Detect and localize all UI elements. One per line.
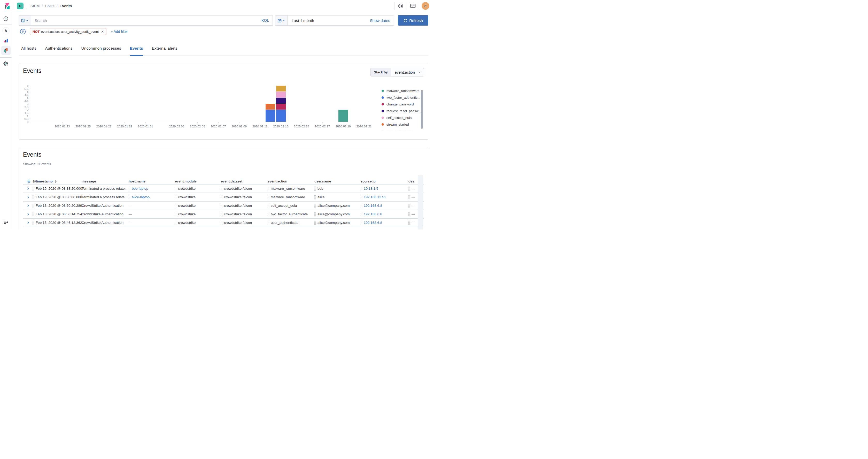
drag-handle[interactable] — [314, 230, 316, 230]
column-header-host.name[interactable]: host.name — [129, 179, 175, 183]
row-expand-button[interactable] — [23, 187, 33, 190]
drag-handle[interactable] — [33, 212, 34, 216]
search-input[interactable] — [31, 18, 261, 23]
add-filter-button[interactable]: + Add filter — [111, 29, 128, 34]
remove-filter-icon[interactable]: ✕ — [101, 30, 104, 34]
drag-handle[interactable] — [33, 221, 34, 224]
breadcrumb-item[interactable]: Hosts — [45, 4, 54, 8]
drag-handle[interactable] — [361, 204, 362, 208]
drag-handle[interactable] — [221, 195, 222, 199]
drag-handle[interactable] — [361, 195, 362, 199]
bar-segment-two_factor_authenticate[interactable] — [276, 110, 286, 122]
table-row[interactable]: Feb 13, 2020 @ 08:50:14.754CrowdStrike A… — [23, 210, 424, 218]
bar-segment-change_password[interactable] — [276, 104, 286, 110]
column-header-message[interactable]: message — [82, 179, 129, 183]
stack-by-select[interactable]: Stack by event.action — [370, 68, 424, 76]
tab-uncommon-processes[interactable]: Uncommon processes — [82, 46, 121, 56]
bar-segment-two_factor_authenticate[interactable] — [266, 110, 275, 122]
column-header-event.module[interactable]: event.module — [175, 179, 221, 183]
tab-external-alerts[interactable]: External alerts — [152, 46, 178, 56]
column-header-@timestamp[interactable]: @timestamp — [33, 179, 82, 183]
sidebar-item-management[interactable] — [2, 59, 10, 68]
drag-handle[interactable] — [33, 195, 34, 199]
breadcrumb-item[interactable]: Events — [60, 4, 72, 8]
drag-handle[interactable] — [268, 195, 269, 199]
drag-handle[interactable] — [268, 187, 269, 190]
legend-scrollbar[interactable] — [421, 90, 423, 129]
show-dates-button[interactable]: Show dates — [370, 18, 394, 23]
table-row[interactable]: Feb 13, 2020 @ 08:45:20.236CrowdStrike A… — [23, 227, 424, 230]
source_ip-value[interactable]: 192.168.6.8 — [364, 221, 382, 224]
drag-handle[interactable] — [268, 230, 269, 230]
legend-item[interactable]: user_authenticate — [381, 128, 424, 132]
column-header-source.ip[interactable]: source.ip — [361, 179, 408, 183]
drag-handle[interactable] — [33, 204, 34, 208]
drag-handle[interactable] — [175, 221, 176, 224]
legend-item[interactable]: self_accept_eula — [381, 114, 424, 121]
drag-handle[interactable] — [175, 230, 176, 230]
column-header-event.dataset[interactable]: event.dataset — [221, 179, 268, 183]
drag-handle[interactable] — [33, 187, 34, 190]
legend-item[interactable]: change_password — [381, 101, 424, 108]
column-picker-button[interactable] — [23, 179, 33, 183]
user-avatar[interactable]: e — [422, 2, 429, 10]
sidebar-item-visualize[interactable] — [2, 36, 10, 45]
help-button[interactable] — [395, 0, 407, 12]
legend-item[interactable]: request_reset_passw... — [381, 108, 424, 114]
source_ip-value[interactable]: 192.168.6.8 — [364, 212, 382, 216]
sidebar-item-siem[interactable] — [1, 46, 10, 55]
drag-handle[interactable] — [314, 221, 316, 224]
bar-segment-malware_ransomware[interactable] — [338, 110, 348, 122]
drag-handle[interactable] — [175, 204, 176, 208]
date-quick-menu-button[interactable] — [275, 16, 287, 25]
row-expand-button[interactable] — [23, 221, 33, 224]
row-expand-button[interactable] — [23, 213, 33, 216]
host-value[interactable]: bob-laptop — [132, 187, 148, 190]
drag-handle[interactable] — [221, 230, 222, 230]
tab-all-hosts[interactable]: All hosts — [21, 46, 36, 56]
refresh-button[interactable]: Refresh — [398, 15, 428, 26]
drag-handle[interactable] — [314, 212, 316, 216]
drag-handle[interactable] — [221, 212, 222, 216]
drag-handle[interactable] — [129, 187, 130, 190]
legend-item[interactable]: two_factor_authentic... — [381, 94, 424, 101]
kibana-logo[interactable] — [4, 3, 11, 9]
filter-options-button[interactable] — [20, 28, 26, 35]
source_ip-value[interactable]: 10.18.1.5 — [364, 187, 378, 190]
newsfeed-button[interactable] — [407, 0, 419, 12]
collapse-sidebar-button[interactable] — [2, 218, 10, 226]
bar-segment-self_accept_eula[interactable] — [276, 91, 286, 97]
tab-authentications[interactable]: Authentications — [45, 46, 72, 56]
drag-handle[interactable] — [361, 212, 362, 216]
drag-handle[interactable] — [408, 221, 410, 224]
drag-handle[interactable] — [221, 187, 222, 190]
source_ip-value[interactable]: 192.168.6.8 — [364, 229, 382, 230]
drag-handle[interactable] — [361, 221, 362, 224]
drag-handle[interactable] — [408, 212, 410, 216]
drag-handle[interactable] — [221, 204, 222, 208]
drag-handle[interactable] — [314, 187, 316, 190]
drag-handle[interactable] — [33, 230, 34, 230]
table-row[interactable]: Feb 13, 2020 @ 08:46:12.362CrowdStrike A… — [23, 218, 424, 227]
drag-handle[interactable] — [175, 212, 176, 216]
chart-plot[interactable]: 2020-01-232020-01-252020-01-272020-01-29… — [31, 86, 369, 122]
row-expand-button[interactable] — [23, 204, 33, 207]
drag-handle[interactable] — [408, 230, 410, 230]
source_ip-value[interactable]: 192.168.6.8 — [364, 204, 382, 208]
kql-toggle[interactable]: KQL — [261, 18, 273, 23]
source_ip-value[interactable]: 192.168.12.51 — [364, 195, 386, 199]
row-expand-button[interactable] — [23, 196, 33, 199]
tab-events[interactable]: Events — [130, 46, 143, 56]
drag-handle[interactable] — [129, 195, 130, 199]
drag-handle[interactable] — [175, 195, 176, 199]
scrollbar-track[interactable] — [418, 175, 423, 230]
stacked-bar[interactable] — [276, 86, 286, 122]
sidebar-item-apm[interactable]: A — [2, 27, 10, 35]
table-row[interactable]: Feb 19, 2020 @ 03:30:00.000Terminated a … — [23, 192, 424, 201]
breadcrumb-item[interactable]: SIEM — [30, 4, 39, 8]
drag-handle[interactable] — [314, 195, 316, 199]
drag-handle[interactable] — [408, 195, 410, 199]
space-badge[interactable]: D — [17, 3, 24, 9]
recently-viewed-button[interactable] — [2, 14, 10, 23]
time-range-value[interactable]: Last 1 month — [287, 18, 314, 23]
